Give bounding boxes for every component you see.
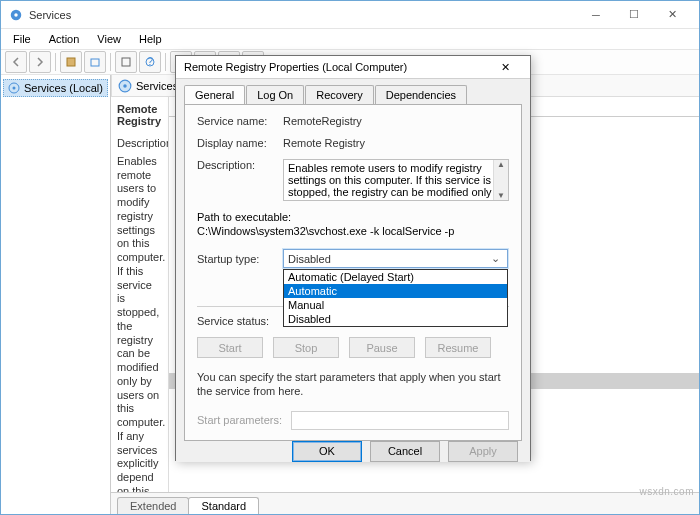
menu-help[interactable]: Help — [131, 31, 170, 47]
svg-text:?: ? — [147, 57, 153, 67]
watermark: wsxdn.com — [639, 486, 694, 497]
tab-general[interactable]: General — [184, 85, 245, 104]
start-parameters-input[interactable] — [291, 411, 509, 430]
toolbar-refresh[interactable] — [115, 51, 137, 73]
dialog-tabs: General Log On Recovery Dependencies — [176, 79, 530, 104]
detail-desc-text: Enables remote users to modify registry … — [117, 155, 162, 492]
tree-pane: Services (Local) — [1, 75, 111, 514]
pause-button[interactable]: Pause — [349, 337, 415, 358]
dropdown-option[interactable]: Manual — [284, 298, 507, 312]
label-path: Path to executable: — [197, 211, 509, 223]
label-start-params: Start parameters: — [197, 414, 283, 426]
start-button[interactable]: Start — [197, 337, 263, 358]
apply-button[interactable]: Apply — [448, 441, 518, 462]
chevron-down-icon[interactable]: ⌄ — [488, 252, 503, 265]
description-box[interactable]: Enables remote users to modify registry … — [283, 159, 509, 201]
description-scrollbar[interactable]: ▲▼ — [493, 160, 508, 200]
note-text: You can specify the start parameters tha… — [197, 370, 509, 399]
label-service-status: Service status: — [197, 315, 283, 327]
tabpage-general: Service name: RemoteRegistry Display nam… — [184, 104, 522, 441]
gear-icon — [118, 79, 132, 93]
service-control-buttons: Start Stop Pause Resume — [197, 337, 509, 358]
services-app-icon — [9, 8, 23, 22]
window-title: Services — [29, 9, 577, 21]
value-service-name: RemoteRegistry — [283, 115, 509, 127]
ok-button[interactable]: OK — [292, 441, 362, 462]
menu-action[interactable]: Action — [41, 31, 88, 47]
scroll-down-icon[interactable]: ▼ — [497, 191, 505, 200]
gear-icon — [8, 82, 20, 94]
bottom-tabs: Extended Standard — [111, 492, 699, 514]
titlebar: Services ─ ☐ ✕ — [1, 1, 699, 29]
close-button[interactable]: ✕ — [653, 4, 691, 26]
tab-extended[interactable]: Extended — [117, 497, 189, 514]
svg-rect-3 — [91, 59, 99, 66]
start-parameters-row: Start parameters: — [197, 411, 509, 430]
toolbar-back[interactable] — [5, 51, 27, 73]
menubar: File Action View Help — [1, 29, 699, 49]
menu-file[interactable]: File — [5, 31, 39, 47]
tree-item-label: Services (Local) — [24, 82, 103, 94]
scroll-up-icon[interactable]: ▲ — [497, 160, 505, 169]
toolbar-separator — [110, 53, 111, 71]
value-description: Enables remote users to modify registry … — [288, 162, 492, 201]
dropdown-option[interactable]: Disabled — [284, 312, 507, 326]
dialog-titlebar: Remote Registry Properties (Local Comput… — [176, 56, 530, 79]
label-display-name: Display name: — [197, 137, 283, 149]
stop-button[interactable]: Stop — [273, 337, 339, 358]
value-path: C:\Windows\system32\svchost.exe -k local… — [197, 225, 509, 237]
tab-logon[interactable]: Log On — [246, 85, 304, 104]
dialog-title: Remote Registry Properties (Local Comput… — [184, 61, 488, 73]
svg-rect-2 — [67, 58, 75, 66]
startup-type-dropdown[interactable]: Disabled ⌄ Automatic (Delayed Start)Auto… — [283, 249, 508, 268]
label-description: Description: — [197, 159, 283, 171]
dropdown-option[interactable]: Automatic — [284, 284, 507, 298]
minimize-button[interactable]: ─ — [577, 4, 615, 26]
menu-view[interactable]: View — [89, 31, 129, 47]
startup-type-value: Disabled — [288, 253, 488, 265]
svg-point-1 — [14, 13, 18, 17]
svg-point-14 — [123, 84, 127, 88]
label-service-name: Service name: — [197, 115, 283, 127]
startup-type-dropdown-list[interactable]: Automatic (Delayed Start)AutomaticManual… — [283, 269, 508, 327]
toolbar-properties[interactable] — [60, 51, 82, 73]
tab-standard[interactable]: Standard — [188, 497, 259, 514]
cancel-button[interactable]: Cancel — [370, 441, 440, 462]
tree-item-services-local[interactable]: Services (Local) — [3, 79, 108, 97]
dialog-close-button[interactable]: ✕ — [488, 56, 522, 78]
value-display-name: Remote Registry — [283, 137, 509, 149]
detail-left: Remote Registry Description: Enables rem… — [111, 97, 169, 492]
toolbar-separator — [55, 53, 56, 71]
tab-recovery[interactable]: Recovery — [305, 85, 373, 104]
label-startup-type: Startup type: — [197, 253, 283, 265]
detail-desc-label: Description: — [117, 137, 169, 149]
resume-button[interactable]: Resume — [425, 337, 491, 358]
properties-dialog: Remote Registry Properties (Local Comput… — [175, 55, 531, 461]
detail-service-name: Remote Registry — [117, 103, 162, 127]
toolbar-help[interactable]: ? — [139, 51, 161, 73]
toolbar-export[interactable] — [84, 51, 106, 73]
svg-point-12 — [13, 87, 16, 90]
toolbar-separator — [165, 53, 166, 71]
maximize-button[interactable]: ☐ — [615, 4, 653, 26]
dialog-buttons: OK Cancel Apply — [176, 441, 530, 462]
dropdown-option[interactable]: Automatic (Delayed Start) — [284, 270, 507, 284]
toolbar-forward[interactable] — [29, 51, 51, 73]
tab-dependencies[interactable]: Dependencies — [375, 85, 467, 104]
svg-rect-4 — [122, 58, 130, 66]
